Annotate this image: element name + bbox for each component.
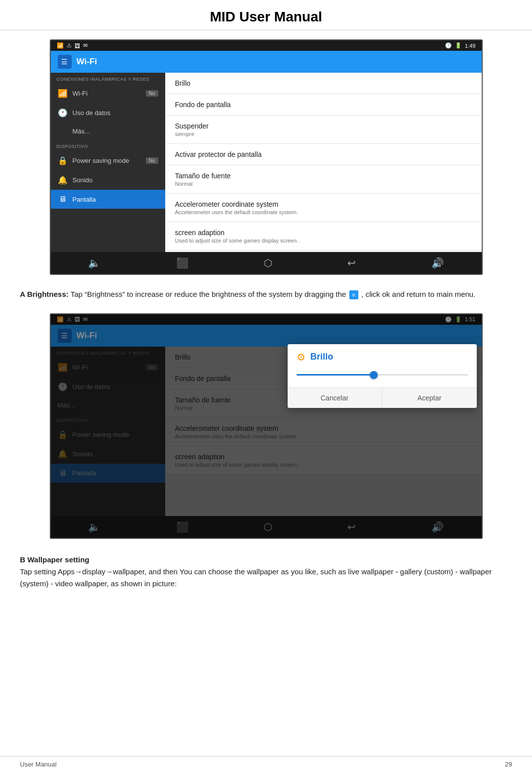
screenshot-2: 📶 ⚠ 🖼 ✉ 🕐 🔋 1:51 ☰ Wi-Fi CONEXIONES INAL… <box>50 313 483 539</box>
sidebar-item-mas[interactable]: Más... <box>51 123 165 140</box>
menu-item-accelerometer[interactable]: Accelerometer coordinate system Accelero… <box>165 194 482 222</box>
menu-title-fuente: Tamaño de fuente <box>175 172 472 180</box>
sidebar-pantalla-label: Pantalla <box>73 196 96 203</box>
description-a-text2: , click ok and return to main menu. <box>361 290 475 298</box>
battery-icon: 🔋 <box>455 42 462 49</box>
sidebar-mas-label: Más... <box>73 128 90 135</box>
sidebar-item-datos[interactable]: 🕐 Uso de datos <box>51 103 165 123</box>
menu-item-fuente[interactable]: Tamaño de fuente Normal <box>165 165 482 194</box>
nav-volume-up[interactable]: 🔊 <box>425 256 451 270</box>
app-bar-1: ☰ Wi-Fi <box>51 51 482 73</box>
nav-bar-1: 🔈 ⬛ ⬡ ↩ 🔊 <box>51 252 482 274</box>
section-b-title: B Wallpaper setting <box>20 554 512 566</box>
pantalla-icon: 🖥 <box>58 195 68 204</box>
power-icon: 🔒 <box>58 156 68 165</box>
dialog-brightness-icon: ⚙ <box>297 351 306 363</box>
menu-title-fondo: Fondo de pantalla <box>175 101 472 109</box>
menu-title-screen-adaption: screen adaption <box>175 229 472 237</box>
sidebar-section-label-2: DISPOSITIVO <box>51 140 165 151</box>
settings-body-1: CONEXIONES INALÁMBRICAS Y REDES 📶 Wi-Fi … <box>51 73 482 252</box>
menu-title-protector: Activar protector de pantalla <box>175 150 472 158</box>
section-b-text: Tap setting Apps→display→wallpaper, and … <box>20 566 512 590</box>
app-bar-title: Wi-Fi <box>77 57 97 67</box>
section-b: B Wallpaper setting Tap setting Apps→dis… <box>0 548 532 596</box>
brightness-slider-icon: ≡ <box>349 290 358 300</box>
menu-subtitle-screen-adaption: Used to adjust size of some games displa… <box>175 238 472 244</box>
wifi-icon: 📶 <box>58 89 68 98</box>
wifi-status-icon: 📶 <box>57 42 64 49</box>
menu-subtitle-suspender: siempre <box>175 131 472 137</box>
nav-home[interactable]: ⬡ <box>257 256 279 270</box>
sidebar-datos-label: Uso de datos <box>73 109 111 117</box>
dialog-slider-area <box>288 367 477 387</box>
sidebar-item-power[interactable]: 🔒 Power saving mode No <box>51 151 165 170</box>
settings-content-1: Brillo Fondo de pantalla Suspender siemp… <box>165 73 482 252</box>
datos-icon: 🕐 <box>58 108 68 118</box>
dialog-buttons: Cancelar Aceptar <box>288 387 477 408</box>
menu-subtitle-accelerometer: Accelerometer uses the default coordinat… <box>175 209 472 215</box>
nav-back[interactable]: ↩ <box>340 256 363 270</box>
menu-item-screen-adaption[interactable]: screen adaption Used to adjust size of s… <box>165 222 482 251</box>
alert-icon: ⚠ <box>67 42 72 49</box>
cancel-button[interactable]: Cancelar <box>288 388 382 408</box>
dialog-overlay: ⚙ Brillo Cancelar Aceptar <box>51 314 482 538</box>
sidebar-item-pantalla[interactable]: 🖥 Pantalla <box>51 190 165 209</box>
sidebar-section-label-1: CONEXIONES INALÁMBRICAS Y REDES <box>51 73 165 84</box>
menu-subtitle-fuente: Normal <box>175 181 472 187</box>
time-display: 1:49 <box>465 43 475 49</box>
description-a: A Brightness: Tap “Brightness” to increa… <box>0 284 532 309</box>
menu-item-brillo[interactable]: Brillo <box>165 73 482 94</box>
brightness-dialog: ⚙ Brillo Cancelar Aceptar <box>288 344 477 408</box>
screenshot-1: 📶 ⚠ 🖼 ✉ 🕐 🔋 1:49 ☰ Wi-Fi CONEXIONES INAL… <box>50 39 483 275</box>
dialog-title-bar: ⚙ Brillo <box>288 344 477 367</box>
wifi-badge: No <box>146 90 158 97</box>
menu-title-suspender: Suspender <box>175 122 472 130</box>
sidebar-wifi-label: Wi-Fi <box>73 90 88 97</box>
photo-icon: 🖼 <box>75 43 80 49</box>
settings-sidebar-1: CONEXIONES INALÁMBRICAS Y REDES 📶 Wi-Fi … <box>51 73 165 252</box>
description-a-label: A Brightness: <box>20 290 69 298</box>
status-icons-right: 🕐 🔋 1:49 <box>445 42 475 49</box>
menu-title-brillo: Brillo <box>175 79 472 87</box>
status-icons-left: 📶 ⚠ 🖼 ✉ <box>57 42 88 49</box>
app-bar-icon: ☰ <box>58 55 72 69</box>
sonido-icon: 🔔 <box>58 175 68 185</box>
brightness-slider-fill <box>297 374 374 376</box>
sidebar-item-wifi[interactable]: 📶 Wi-Fi No <box>51 84 165 103</box>
power-badge: No <box>146 157 158 164</box>
menu-item-suspender[interactable]: Suspender siempre <box>165 116 482 144</box>
nav-back-square[interactable]: ⬛ <box>169 256 196 270</box>
sidebar-sonido-label: Sonido <box>73 176 93 184</box>
page-title: MID User Manual <box>0 0 532 30</box>
menu-item-fondo[interactable]: Fondo de pantalla <box>165 94 482 116</box>
nav-volume-down[interactable]: 🔈 <box>81 256 107 270</box>
email-icon: ✉ <box>83 42 88 49</box>
clock-icon: 🕐 <box>445 42 452 49</box>
footer-right: 29 <box>505 761 512 768</box>
page-footer: User Manual 29 <box>0 756 532 772</box>
footer-left: User Manual <box>20 761 57 768</box>
accept-button[interactable]: Aceptar <box>382 388 477 408</box>
brightness-slider-track[interactable] <box>297 374 468 376</box>
sidebar-power-label: Power saving mode <box>73 157 129 164</box>
menu-item-protector[interactable]: Activar protector de pantalla <box>165 144 482 165</box>
menu-title-accelerometer: Accelerometer coordinate system <box>175 200 472 208</box>
brightness-slider-thumb[interactable] <box>370 371 378 379</box>
status-bar-1: 📶 ⚠ 🖼 ✉ 🕐 🔋 1:49 <box>51 40 482 51</box>
description-a-text: Tap “Brightness” to increase or reduce t… <box>71 290 346 298</box>
dialog-title-text: Brillo <box>311 352 333 362</box>
sidebar-item-sonido[interactable]: 🔔 Sonido <box>51 170 165 190</box>
